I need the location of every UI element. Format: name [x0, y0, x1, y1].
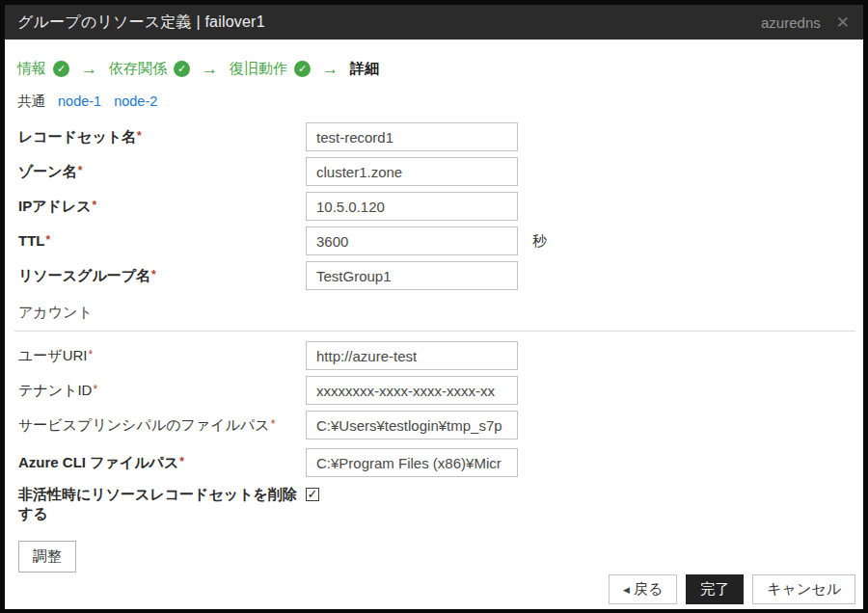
close-icon[interactable]: ✕ [836, 14, 850, 31]
zone-name-label: ゾーン名* [14, 162, 306, 181]
dialog-title: グループのリソース定義 | failover1 [17, 13, 265, 33]
wizard-steps: 情報 ✓ → 依存関係 ✓ → 復旧動作 ✓ → 詳細 [14, 59, 863, 79]
required-asterisk: * [89, 348, 94, 361]
form-row: Azure CLI ファイルパス* [14, 448, 863, 477]
tenant-id-input[interactable] [306, 376, 518, 405]
user-uri-label: ユーザURI* [14, 346, 306, 365]
details-form: レコードセット名* ゾーン名* IPアドレス* TTL* [14, 122, 863, 573]
resource-name-label: azuredns [761, 14, 821, 31]
group-resource-definition-dialog: グループのリソース定義 | failover1 azuredns ✕ 情報 ✓ … [0, 0, 868, 613]
required-asterisk: * [179, 455, 184, 468]
delete-record-set-label: 非活性時にリソースレコードセットを削除する [14, 485, 306, 524]
arrow-right-icon: → [322, 60, 339, 79]
user-uri-input[interactable] [306, 341, 518, 370]
dialog-titlebar: グループのリソース定義 | failover1 azuredns ✕ [5, 5, 863, 40]
tab-node-1[interactable]: node-1 [58, 93, 101, 109]
field-label-text: TTL [18, 232, 45, 249]
form-row: 非活性時にリソースレコードセットを削除する ✓ [14, 485, 863, 524]
form-row: IPアドレス* [14, 192, 863, 221]
check-icon: ✓ [294, 61, 311, 77]
required-asterisk: * [93, 383, 97, 396]
account-section-header: アカウント [14, 302, 855, 332]
zone-name-input[interactable] [306, 157, 518, 186]
field-label-text: IPアドレス [18, 198, 92, 214]
required-asterisk: * [137, 129, 142, 143]
resource-group-name-label: リソースグループ名* [14, 266, 306, 285]
node-tabs: 共通 node-1 node-2 [14, 92, 863, 111]
field-label-text: レコードセット名 [18, 128, 136, 145]
cancel-button[interactable]: キャンセル [752, 574, 855, 604]
back-triangle-icon: ◀ [623, 585, 630, 595]
ttl-unit-label: 秒 [532, 232, 547, 251]
step-details: 詳細 [350, 60, 379, 78]
form-row: レコードセット名* [14, 122, 863, 151]
required-asterisk: * [151, 268, 156, 281]
finish-button[interactable]: 完了 [686, 574, 744, 604]
required-asterisk: * [271, 417, 276, 431]
form-row: リソースグループ名* [14, 261, 863, 290]
form-row: サービスプリンシパルのファイルパス* [14, 411, 863, 440]
azure-cli-file-path-label: Azure CLI ファイルパス* [14, 453, 306, 472]
delete-record-set-checkbox[interactable]: ✓ [306, 488, 319, 501]
tab-common[interactable]: 共通 [17, 93, 45, 111]
service-principal-file-path-input[interactable] [306, 411, 518, 440]
tune-button[interactable]: 調整 [18, 541, 76, 573]
form-row: TTL* 秒 [14, 227, 863, 255]
dialog-content: 情報 ✓ → 依存関係 ✓ → 復旧動作 ✓ → 詳細 共通 node-1 no… [5, 40, 863, 609]
field-label-text: テナントID [18, 382, 92, 398]
checkmark-icon: ✓ [308, 488, 318, 500]
required-asterisk: * [78, 164, 83, 177]
field-label-text: リソースグループ名 [18, 267, 150, 283]
form-row: ゾーン名* [14, 157, 863, 186]
field-label-text: Azure CLI ファイルパス [18, 454, 178, 470]
azure-cli-file-path-input[interactable] [306, 448, 518, 477]
tenant-id-label: テナントID* [14, 381, 306, 400]
resource-group-name-input[interactable] [306, 261, 518, 290]
required-asterisk: * [93, 199, 97, 212]
back-button-label: 戻る [634, 580, 663, 599]
arrow-right-icon: → [81, 60, 97, 79]
arrow-right-icon: → [202, 60, 218, 79]
record-set-name-label: レコードセット名* [14, 127, 306, 147]
ip-address-label: IPアドレス* [14, 197, 306, 216]
record-set-name-input[interactable] [306, 122, 518, 151]
field-label-text: ユーザURI [18, 347, 88, 363]
check-icon: ✓ [174, 61, 190, 77]
field-label-text: サービスプリンシパルのファイルパス [18, 416, 270, 433]
field-label-text: ゾーン名 [18, 163, 77, 179]
tab-node-2[interactable]: node-2 [114, 93, 157, 109]
ttl-label: TTL* [14, 231, 306, 251]
step-info[interactable]: 情報 [17, 60, 46, 78]
step-dependency[interactable]: 依存関係 [109, 60, 167, 78]
form-row: テナントID* [14, 376, 863, 405]
back-button[interactable]: ◀戻る [609, 574, 677, 604]
form-row: ユーザURI* [14, 341, 863, 370]
step-recovery[interactable]: 復旧動作 [230, 60, 287, 78]
footer-buttons: ◀戻る 完了 キャンセル [609, 574, 855, 604]
ttl-input[interactable] [306, 227, 518, 255]
ip-address-input[interactable] [306, 192, 518, 221]
check-icon: ✓ [53, 61, 69, 77]
service-principal-file-path-label: サービスプリンシパルのファイルパス* [14, 415, 306, 435]
required-asterisk: * [46, 233, 51, 247]
